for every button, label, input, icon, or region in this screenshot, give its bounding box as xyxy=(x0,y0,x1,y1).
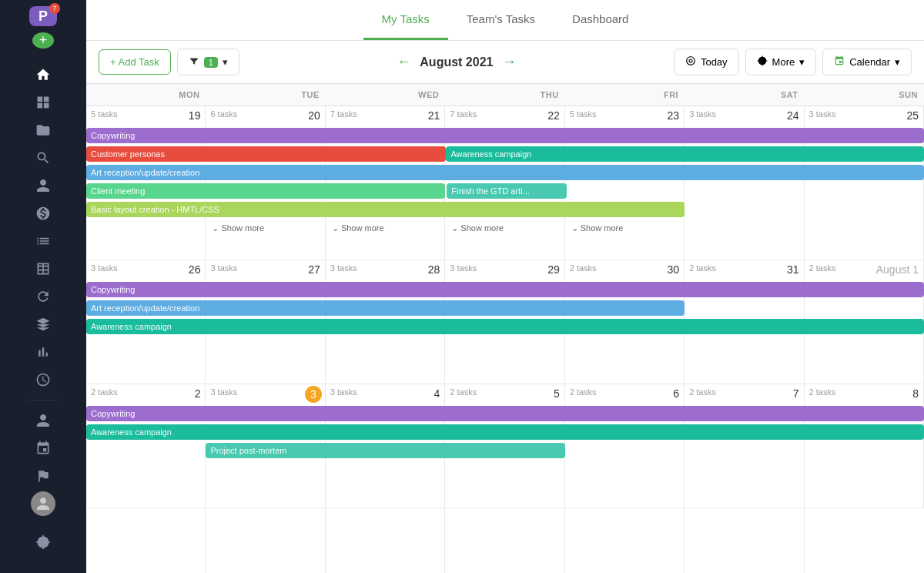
calendar-week-4: 9 10 11 12 13 14 15 xyxy=(86,508,924,573)
dow-thu: THU xyxy=(445,84,564,106)
sidebar: P 7 + xyxy=(0,0,86,573)
month-navigation: ← August 2021 → xyxy=(246,54,668,70)
tab-bar: My Tasks Team's Tasks Dashboard xyxy=(86,0,924,41)
sidebar-item-profile[interactable] xyxy=(26,173,60,198)
dow-wed: WED xyxy=(326,84,445,106)
more-button[interactable]: More ▾ xyxy=(745,49,817,75)
cal-cell-13: 13 xyxy=(565,508,685,573)
tab-my-tasks[interactable]: My Tasks xyxy=(363,0,448,40)
sidebar-item-refresh[interactable] xyxy=(26,284,60,309)
filter-dropdown-icon: ▾ xyxy=(223,56,228,68)
calendar-weeks: 5 tasks19 6 tasks20 7 tasks21 7 tasks22 … xyxy=(86,106,924,573)
more-label: More xyxy=(772,56,795,68)
cal-cell-15: 15 xyxy=(805,508,924,573)
event-finish-gtd[interactable]: Finish the GTD arti... xyxy=(447,183,566,199)
target-icon xyxy=(685,55,696,69)
sidebar-item-lists[interactable] xyxy=(26,229,60,253)
calendar-week-1: 5 tasks19 6 tasks20 7 tasks21 7 tasks22 … xyxy=(86,106,924,260)
dow-mon: MON xyxy=(86,84,206,106)
cal-cell-2: 2 tasks2 xyxy=(86,384,206,508)
sidebar-item-finance[interactable] xyxy=(26,201,60,226)
event-awareness-campaign-w1[interactable]: Awareness campaign xyxy=(446,146,924,162)
filter-icon xyxy=(189,55,199,69)
event-client-meeting[interactable]: Client meeting xyxy=(86,183,445,199)
today-label: Today xyxy=(701,56,728,68)
dow-tue: TUE xyxy=(206,84,325,106)
sidebar-item-flag[interactable] xyxy=(26,464,60,488)
event-copywriting-w1[interactable]: Copywriting xyxy=(86,128,924,143)
tab-dashboard[interactable]: Dashboard xyxy=(554,0,647,40)
calendar-label: Calendar xyxy=(849,56,890,68)
sidebar-divider xyxy=(28,400,59,400)
sidebar-item-user-avatar[interactable] xyxy=(31,491,55,516)
current-month: August 2021 xyxy=(420,55,493,69)
cal-cell-14: 14 xyxy=(685,508,804,573)
cal-cell-11: 11 xyxy=(326,508,445,573)
filter-button[interactable]: 1 ▾ xyxy=(177,49,239,75)
main-content: My Tasks Team's Tasks Dashboard + Add Ta… xyxy=(86,0,924,573)
cal-cell-10: 10 xyxy=(206,508,325,573)
calendar-dropdown-icon: ▾ xyxy=(895,56,900,68)
event-project-postmortem[interactable]: Project post-mortem xyxy=(206,443,564,458)
sidebar-item-home[interactable] xyxy=(26,62,60,87)
dow-sun: SUN xyxy=(805,84,924,106)
more-dropdown-icon: ▾ xyxy=(799,56,805,68)
sidebar-item-clock[interactable] xyxy=(26,367,60,392)
calendar-week-2: 3 tasks26 3 tasks27 3 tasks28 3 tasks29 … xyxy=(86,260,924,384)
dow-sat: SAT xyxy=(685,84,804,106)
cal-cell-7: 2 tasks7 xyxy=(685,384,804,508)
sidebar-item-box[interactable] xyxy=(26,312,60,337)
calendar-icon xyxy=(834,55,845,69)
gear-icon xyxy=(757,55,768,69)
cal-cell-12: 12 xyxy=(445,508,564,573)
event-awareness-campaign-w2[interactable]: Awareness campaign xyxy=(86,319,924,334)
sidebar-item-chart[interactable] xyxy=(26,340,60,364)
event-customer-personas[interactable]: Customer personas xyxy=(86,146,446,162)
sidebar-item-current-user[interactable] xyxy=(26,408,60,433)
next-month-button[interactable]: → xyxy=(502,54,516,70)
sidebar-item-settings[interactable] xyxy=(26,525,60,559)
add-task-button[interactable]: + Add Task xyxy=(99,49,171,75)
calendar-header: MON TUE WED THU FRI SAT SUN xyxy=(86,84,924,106)
app-logo[interactable]: P 7 xyxy=(29,6,57,26)
cal-cell-8: 2 tasks8 xyxy=(805,384,924,508)
sidebar-item-calendar[interactable] xyxy=(26,436,60,461)
filter-count: 1 xyxy=(204,57,218,68)
event-awareness-campaign-w3[interactable]: Awareness campaign xyxy=(86,424,924,440)
event-copywriting-w3[interactable]: Copywriting xyxy=(86,406,924,421)
toolbar: + Add Task 1 ▾ ← August 2021 → Today Mor… xyxy=(86,41,924,84)
calendar-week-3: 2 tasks2 3 tasks3 3 tasks4 2 tasks5 2 ta… xyxy=(86,384,924,508)
dow-fri: FRI xyxy=(565,84,685,106)
logo-icon: P xyxy=(38,8,48,25)
add-button[interactable]: + xyxy=(32,32,54,49)
event-basic-layout[interactable]: Basic layout creation - HMTL/CSS xyxy=(86,202,685,217)
cal-cell-6: 2 tasks6 xyxy=(565,384,685,508)
sidebar-item-search[interactable] xyxy=(26,146,60,170)
calendar-view-button[interactable]: Calendar ▾ xyxy=(822,49,912,75)
event-art-reception-w1[interactable]: Art reception/update/creation xyxy=(86,165,924,180)
tab-teams-tasks[interactable]: Team's Tasks xyxy=(448,0,554,40)
cal-cell-9: 9 xyxy=(86,508,206,573)
event-copywriting-w2[interactable]: Copywriting xyxy=(86,282,924,297)
notification-badge: 7 xyxy=(49,3,60,14)
sidebar-item-table[interactable] xyxy=(26,256,60,281)
calendar-grid: MON TUE WED THU FRI SAT SUN 5 tasks19 6 … xyxy=(86,84,924,573)
today-button[interactable]: Today xyxy=(674,49,739,75)
sidebar-item-folders[interactable] xyxy=(26,118,60,142)
prev-month-button[interactable]: ← xyxy=(397,54,410,70)
event-art-reception-w2[interactable]: Art reception/update/creation xyxy=(86,300,685,316)
sidebar-item-dashboard[interactable] xyxy=(26,90,60,115)
